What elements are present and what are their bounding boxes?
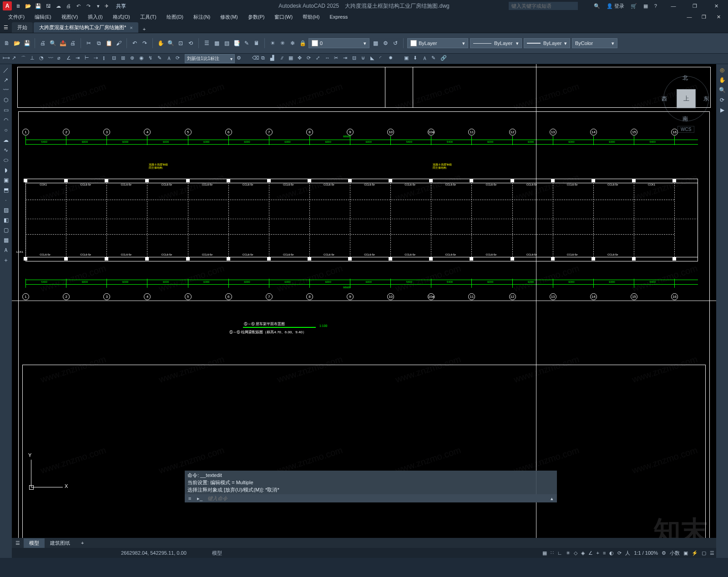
offset-icon[interactable]: ⫽ — [279, 55, 287, 62]
print-icon[interactable]: 🖨 — [39, 39, 47, 47]
dimtedit-icon[interactable]: Ａ — [167, 55, 174, 62]
publish-icon[interactable]: 📤 — [59, 39, 67, 47]
addselected-icon[interactable]: ＋ — [2, 256, 10, 264]
qnew-icon[interactable]: 🗎 — [3, 39, 11, 47]
login-button[interactable]: 👤 登录 — [607, 3, 624, 10]
layout-tab-sheet[interactable]: 建筑图纸 — [45, 538, 76, 548]
pline-icon[interactable]: 〰 — [2, 86, 10, 94]
open2-icon[interactable]: 📂 — [13, 39, 21, 47]
chamfer-icon[interactable]: ◣ — [370, 55, 378, 62]
block-icon[interactable]: ▣ — [404, 55, 411, 62]
close-button[interactable]: ✕ — [706, 3, 726, 9]
status-scale[interactable]: 1:1 / 100% — [634, 550, 658, 556]
dim-jogged-icon[interactable]: 〰 — [48, 55, 56, 62]
tab-new-button[interactable]: + — [139, 25, 149, 33]
status-gear-icon[interactable]: ⚙ — [662, 550, 666, 556]
status-coords[interactable]: 2662982.04, 542295.11, 0.00 — [116, 550, 191, 556]
command-input-bar[interactable]: ≡ ▸_ ▴ — [185, 494, 557, 502]
layerprev-icon[interactable]: ↺ — [391, 39, 399, 47]
status-otrack-icon[interactable]: ∠ — [588, 550, 593, 556]
viewcube-top-face[interactable]: 上 — [677, 89, 696, 108]
layerfreeze-icon[interactable]: ❄ — [288, 39, 297, 47]
region-icon[interactable]: ▢ — [2, 226, 10, 234]
circle-icon[interactable]: ○ — [2, 126, 10, 134]
menu-express[interactable]: Express — [325, 13, 352, 20]
doc-restore-button[interactable]: ❐ — [697, 14, 711, 20]
tab-drawing[interactable]: 大跨度混凝土框架结构工业厂房结施图* × — [34, 22, 138, 33]
zoomprev-icon[interactable]: ⟲ — [187, 39, 195, 47]
hatch-icon[interactable]: ▨ — [2, 206, 10, 214]
tab-start[interactable]: 开始 — [12, 22, 33, 33]
status-annoscale-icon[interactable]: 人 — [625, 550, 630, 557]
status-polar-icon[interactable]: ✳ — [566, 550, 570, 556]
quickcalc-icon[interactable]: 🖩 — [253, 39, 261, 47]
dim-diameter-icon[interactable]: ⌀ — [57, 55, 65, 62]
menu-draw[interactable]: 绘图(D) — [162, 13, 188, 21]
mirror-icon[interactable]: ▟ — [270, 55, 278, 62]
trim-icon[interactable]: ✂ — [334, 55, 341, 62]
viewcube[interactable]: 上 北 南 西 东 WCS — [663, 76, 708, 120]
batchplot-icon[interactable]: 🖨 — [69, 39, 77, 47]
menu-modify[interactable]: 修改(M) — [216, 13, 243, 21]
status-grid-icon[interactable]: ▦ — [542, 550, 547, 556]
send-icon[interactable]: ✈ — [105, 3, 109, 9]
menu-insert[interactable]: 插入(I) — [83, 13, 107, 21]
layout-menu-icon[interactable]: ☰ — [12, 540, 24, 546]
maximize-button[interactable]: ❐ — [685, 3, 705, 9]
dim-continue-icon[interactable]: ⇢ — [94, 55, 101, 62]
inspect-icon[interactable]: ◉ — [139, 55, 147, 62]
erase-icon[interactable]: ⌫ — [252, 55, 259, 62]
status-isodraft-icon[interactable]: ▣ — [683, 550, 688, 556]
copy-icon[interactable]: ⧉ — [95, 39, 103, 47]
status-snap-icon[interactable]: ∷ — [551, 550, 554, 556]
break-icon[interactable]: ⊟ — [352, 55, 359, 62]
status-cleanscreen-icon[interactable]: ▢ — [702, 550, 706, 556]
point-icon[interactable]: · — [2, 196, 10, 204]
status-dyn-icon[interactable]: + — [597, 550, 599, 556]
properties-icon[interactable]: ☰ — [202, 39, 211, 47]
menu-parametric[interactable]: 参数(P) — [243, 13, 269, 21]
menu-help[interactable]: 帮助(H) — [298, 13, 324, 21]
dim-angular-icon[interactable]: ∠ — [66, 55, 74, 62]
redo2-icon[interactable]: ↷ — [141, 39, 149, 47]
command-input[interactable] — [205, 496, 547, 501]
tabs-menu-icon[interactable]: ☰ — [0, 22, 12, 33]
cart-icon[interactable]: 🛒 — [631, 3, 637, 9]
dim-baseline-icon[interactable]: ⊢ — [85, 55, 92, 62]
revcloud-icon[interactable]: ☁ — [2, 136, 10, 144]
insertblock-icon[interactable]: ▣ — [2, 176, 10, 184]
color-bylayer-dropdown[interactable]: ByLayer ▾ — [407, 38, 468, 48]
gradient-icon[interactable]: ◧ — [2, 216, 10, 224]
viewcube-wcs[interactable]: WCS — [677, 126, 694, 133]
help-search-input[interactable] — [509, 2, 578, 10]
ellipse-icon[interactable]: ⬭ — [2, 156, 10, 164]
navbar-pan-icon[interactable]: ✋ — [718, 76, 726, 84]
saveas-icon[interactable]: 🖫 — [45, 2, 52, 10]
copy2-icon[interactable]: ⧉ — [261, 55, 268, 62]
navbar-showmotion-icon[interactable]: ▶ — [718, 106, 726, 114]
cut-icon[interactable]: ✂ — [85, 39, 93, 47]
tolerance-icon[interactable]: ⊞ — [121, 55, 128, 62]
layerstate-icon[interactable]: ⚙ — [381, 39, 389, 47]
menu-window[interactable]: 窗口(W) — [270, 13, 297, 21]
makeblock-icon[interactable]: ⬒ — [2, 186, 10, 194]
extend-icon[interactable]: ⇥ — [343, 55, 350, 62]
layermgr-icon[interactable]: ▦ — [371, 39, 379, 47]
centermark-icon[interactable]: ⊕ — [130, 55, 137, 62]
join-icon[interactable]: ⊎ — [361, 55, 369, 62]
dimupdate-icon[interactable]: ⟳ — [176, 55, 183, 62]
status-modelspace[interactable]: 模型 — [212, 550, 222, 557]
app-icon[interactable]: A — [3, 1, 12, 10]
pan-icon[interactable]: ✋ — [157, 39, 165, 47]
attdef-icon[interactable]: Ａ — [422, 55, 430, 62]
undo2-icon[interactable]: ↶ — [131, 39, 139, 47]
layout-tab-model[interactable]: 模型 — [24, 538, 45, 548]
preview-icon[interactable]: 🔍 — [49, 39, 57, 47]
save-icon[interactable]: 💾 — [35, 2, 42, 10]
drawing-canvas[interactable]: 上 北 南 西 东 WCS — [12, 64, 716, 558]
dim-aligned-icon[interactable]: ↗ — [12, 55, 19, 62]
ellipsearc-icon[interactable]: ◗ — [2, 166, 10, 174]
status-3dosnap-icon[interactable]: ◈ — [581, 550, 585, 556]
tab-close-icon[interactable]: × — [130, 25, 132, 30]
matchprop-icon[interactable]: 🖌 — [115, 39, 123, 47]
